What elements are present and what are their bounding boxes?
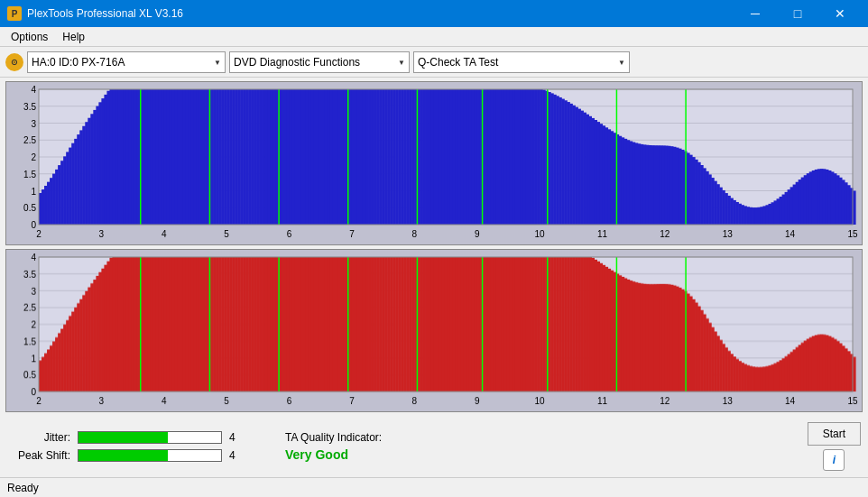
jitter-value: 4 — [229, 431, 244, 444]
device-selector-group: ⊙ HA:0 ID:0 PX-716A — [5, 51, 226, 73]
toolbar: ⊙ HA:0 ID:0 PX-716A DVD Diagnostic Funct… — [0, 47, 868, 78]
maximize-button[interactable]: □ — [777, 0, 818, 27]
top-chart — [5, 81, 863, 245]
app-icon: P — [7, 6, 22, 21]
peak-shift-label: Peak Shift: — [7, 449, 70, 462]
test-select-wrapper[interactable]: Q-Check TA Test — [413, 51, 630, 73]
ta-quality-section: TA Quality Indicator: Very Good — [285, 431, 382, 462]
menu-bar: Options Help — [0, 27, 868, 47]
window-controls: ─ □ ✕ — [734, 0, 861, 27]
main-content — [0, 78, 868, 416]
right-buttons: Start i — [808, 422, 861, 471]
function-select[interactable]: DVD Diagnostic Functions — [230, 52, 409, 72]
close-button[interactable]: ✕ — [819, 0, 861, 27]
function-select-wrapper[interactable]: DVD Diagnostic Functions — [229, 51, 410, 73]
minimize-button[interactable]: ─ — [734, 0, 776, 27]
peak-shift-progress-bar — [78, 449, 222, 462]
top-chart-canvas — [6, 82, 862, 244]
ta-quality-label: TA Quality Indicator: — [285, 431, 382, 444]
jitter-empty — [168, 432, 221, 443]
test-select[interactable]: Q-Check TA Test — [414, 52, 629, 72]
device-select-wrapper[interactable]: HA:0 ID:0 PX-716A — [27, 51, 226, 73]
device-select[interactable]: HA:0 ID:0 PX-716A — [28, 52, 225, 72]
bottom-chart-canvas — [6, 250, 862, 412]
peak-shift-filled — [78, 450, 168, 461]
device-icon: ⊙ — [5, 53, 23, 71]
peak-shift-value: 4 — [229, 449, 244, 462]
start-button[interactable]: Start — [808, 422, 861, 446]
jitter-progress-bar — [78, 431, 222, 444]
metrics-section: Jitter: 4 Peak Shift: 4 — [7, 431, 260, 462]
peak-shift-empty — [168, 450, 221, 461]
title-bar: P PlexTools Professional XL V3.16 ─ □ ✕ — [0, 0, 868, 27]
jitter-label: Jitter: — [7, 431, 70, 444]
status-bar: Ready — [0, 477, 868, 497]
ta-quality-value: Very Good — [285, 447, 348, 462]
jitter-row: Jitter: 4 — [7, 431, 260, 444]
peak-shift-row: Peak Shift: 4 — [7, 449, 260, 462]
bottom-chart — [5, 249, 863, 413]
jitter-filled — [78, 432, 168, 443]
status-text: Ready — [7, 482, 39, 494]
menu-item-help[interactable]: Help — [55, 29, 92, 45]
info-button[interactable]: i — [823, 449, 845, 471]
menu-item-options[interactable]: Options — [4, 29, 55, 45]
bottom-panel: Jitter: 4 Peak Shift: 4 TA Quality Indic… — [0, 416, 868, 477]
window-title: PlexTools Professional XL V3.16 — [27, 7, 734, 20]
